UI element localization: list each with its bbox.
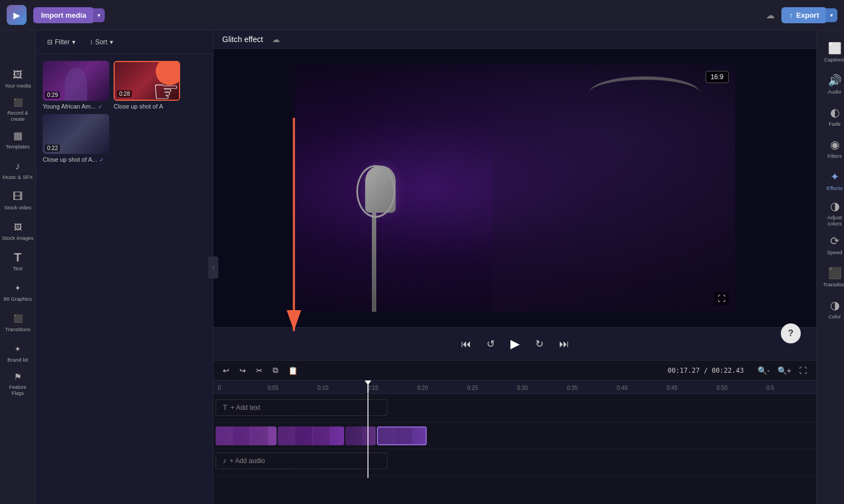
speed-icon: ⟳ — [830, 234, 840, 248]
transitions-icon: ⬛ — [12, 312, 24, 325]
paste-button[interactable]: 📋 — [285, 364, 300, 377]
audio-track-content: ♪ + Add audio — [216, 452, 814, 472]
sidebar-item-transitions[interactable]: ⬛ Transitions — [0, 307, 36, 338]
sidebar-item-record-create[interactable]: ⬛ Record &create — [0, 94, 36, 125]
timeline-scroll-area[interactable]: 0 0:05 0:10 0:15 0:20 0:25 0:30 0:35 0:4… — [213, 380, 816, 504]
sidebar-item-music-sfx[interactable]: ♪ Music & SFX — [0, 155, 36, 186]
right-tool-transition[interactable]: ⬛ Transition — [817, 261, 845, 293]
export-group: ↑ Export ▾ — [781, 7, 837, 23]
video-clip-3[interactable] — [345, 426, 376, 445]
cut-button[interactable]: ✂ — [253, 364, 265, 377]
sidebar-item-text[interactable]: T Text — [0, 246, 36, 277]
timeline-ruler: 0 0:05 0:10 0:15 0:20 0:25 0:30 0:35 0:4… — [213, 380, 816, 394]
filter-icon: ⊟ — [47, 38, 53, 46]
left-sidebar: 🖼 Your media ⬛ Record &create ▦ Template… — [0, 30, 36, 504]
media-item[interactable]: 0:29 Young African Am... ✓ — [43, 61, 109, 110]
right-tool-audio[interactable]: 🔊 Audio — [817, 68, 845, 100]
media-item[interactable]: 0:22 Close up shot of A... ✓ — [43, 114, 109, 163]
verified-icon: ✓ — [98, 104, 103, 110]
right-tool-speed[interactable]: ⟳ Speed — [817, 229, 845, 261]
media-item[interactable]: 0:28 Close up shot of A — [114, 61, 180, 110]
timeline-toolbar: ↩ ↪ ✂ ⧉ 📋 00:17.27 / 00:22.43 🔍- 🔍+ ⛶ — [213, 361, 816, 380]
stock-video-icon: 🎞 — [12, 191, 24, 203]
top-bar: ▶ Import media ▾ ☁ ↑ Export ▾ — [0, 0, 844, 30]
fit-timeline-button[interactable]: ⛶ — [796, 365, 810, 376]
ruler-mark: 0:45 — [667, 385, 717, 391]
play-pause-button[interactable]: ▶ — [508, 335, 522, 353]
export-button[interactable]: ↑ Export — [781, 7, 827, 23]
add-text-button[interactable]: T + Add text — [216, 399, 387, 416]
video-clips — [216, 426, 814, 446]
ruler-mark: 0:30 — [517, 385, 567, 391]
video-clip-4-selected[interactable] — [377, 426, 427, 445]
duration-badge: 0:22 — [45, 145, 60, 152]
templates-icon: ▦ — [12, 130, 24, 142]
ruler-mark: 0:5 — [766, 385, 816, 391]
rewind-5s-button[interactable]: ↺ — [484, 336, 497, 352]
redo-button[interactable]: ↪ — [237, 364, 249, 377]
right-tool-fade[interactable]: ◐ Fade — [817, 100, 845, 132]
filter-button[interactable]: ⊟ Filter ▾ — [43, 36, 80, 48]
video-clip-2[interactable] — [278, 426, 344, 445]
import-media-button[interactable]: Import media — [33, 7, 94, 23]
music-sfx-icon: ♪ — [12, 160, 24, 172]
right-tool-label: Captions — [824, 56, 844, 63]
skip-back-button[interactable]: ⏮ — [459, 336, 473, 352]
sidebar-item-label: Transitions — [5, 326, 30, 332]
fullscreen-button[interactable]: ⛶ — [714, 292, 729, 305]
clip-thumbnails — [378, 428, 426, 444]
media-grid: 0:29 Young African Am... ✓ 0:28 Close up… — [36, 54, 213, 169]
export-dropdown[interactable]: ▾ — [826, 8, 837, 22]
sidebar-item-label: Templates — [6, 143, 29, 150]
sidebar-item-label: Record &create — [7, 110, 28, 122]
skip-forward-button[interactable]: ⏭ — [557, 336, 571, 352]
right-tool-color[interactable]: ◑ Color — [817, 293, 845, 325]
undo-button[interactable]: ↩ — [220, 364, 232, 377]
ruler-mark: 0:20 — [417, 385, 467, 391]
video-track-content — [216, 426, 814, 446]
feature-flags-icon: ⚑ — [12, 371, 24, 383]
app-logo: ▶ — [7, 5, 27, 25]
sidebar-item-label: 88 Graphics — [3, 296, 32, 302]
color-icon: ◑ — [830, 299, 840, 312]
ruler-mark: 0:15 — [367, 385, 417, 391]
sidebar-item-graphics[interactable]: ✦ 88 Graphics — [0, 277, 36, 307]
media-panel: ⊟ Filter ▾ ↕ Sort ▾ 0:29 Young African A… — [36, 30, 213, 504]
right-tool-label: Effects — [827, 185, 843, 191]
zoom-out-button[interactable]: 🔍- — [755, 365, 773, 376]
sidebar-item-your-media[interactable]: 🖼 Your media — [0, 64, 36, 94]
zoom-in-button[interactable]: 🔍+ — [775, 365, 794, 376]
filters-icon: ◉ — [830, 138, 840, 151]
right-tool-adjust-colors[interactable]: ◑ Adjustcolors — [817, 197, 845, 229]
right-tool-captions[interactable]: ⬜ Captions — [817, 36, 845, 68]
cloud-save-icon[interactable]: ☁ — [766, 10, 775, 20]
collapse-panel-handle[interactable]: ‹ — [208, 256, 218, 279]
timeline-panel: ↩ ↪ ✂ ⧉ 📋 00:17.27 / 00:22.43 🔍- 🔍+ ⛶ 0 — [213, 360, 816, 504]
media-item-title: Close up shot of A... ✓ — [43, 156, 109, 163]
text-icon: T — [12, 251, 24, 264]
transition-icon: ⬛ — [828, 266, 842, 280]
import-media-dropdown[interactable]: ▾ — [93, 8, 105, 22]
import-media-group: Import media ▾ — [33, 7, 105, 23]
zoom-controls: 🔍- 🔍+ ⛶ — [755, 365, 810, 376]
text-track-icon: T — [223, 403, 227, 412]
sidebar-item-stock-images[interactable]: 🖼 Stock images — [0, 216, 36, 246]
forward-5s-button[interactable]: ↻ — [533, 336, 546, 352]
media-toolbar: ⊟ Filter ▾ ↕ Sort ▾ — [36, 30, 213, 54]
help-button[interactable]: ? — [781, 323, 801, 343]
video-clip-1[interactable] — [216, 426, 277, 445]
right-tool-filters[interactable]: ◉ Filters — [817, 132, 845, 164]
brand-kit-icon: ✦ — [12, 343, 24, 355]
copy-button[interactable]: ⧉ — [270, 364, 281, 377]
sidebar-item-feature-flags[interactable]: ⚑ FeatureFlags — [0, 368, 36, 399]
sort-button[interactable]: ↕ Sort ▾ — [85, 36, 117, 48]
right-tool-effects[interactable]: ✦ Effects — [817, 164, 845, 197]
add-audio-button[interactable]: ♪ + Add audio — [216, 452, 387, 469]
sidebar-item-templates[interactable]: ▦ Templates — [0, 125, 36, 155]
ruler-mark: 0:05 — [268, 385, 318, 391]
sidebar-item-brand-kit[interactable]: ✦ Brand kit — [0, 338, 36, 368]
sidebar-item-stock-video[interactable]: 🎞 Stock video — [0, 186, 36, 216]
captions-icon: ⬜ — [828, 42, 842, 55]
ruler-marks: 0 0:05 0:10 0:15 0:20 0:25 0:30 0:35 0:4… — [213, 385, 816, 391]
sidebar-item-label: Brand kit — [7, 357, 28, 363]
